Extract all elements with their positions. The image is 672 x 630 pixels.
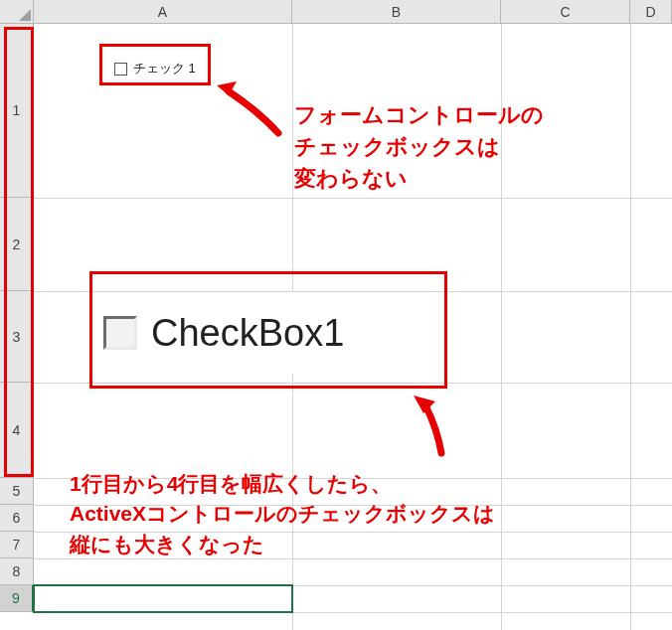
column-headers: A B C D [0, 0, 672, 24]
row-header-2[interactable]: 2 [0, 198, 34, 291]
gridline [34, 505, 672, 506]
checkbox-box-icon [114, 63, 127, 76]
gridline [34, 612, 672, 613]
gridline [34, 532, 672, 533]
gridline [34, 558, 672, 559]
row-header-8[interactable]: 8 [0, 558, 34, 585]
form-control-checkbox[interactable]: チェック 1 [114, 60, 196, 78]
gridline [630, 24, 631, 630]
row-header-4[interactable]: 4 [0, 383, 34, 478]
row-header-7[interactable]: 7 [0, 532, 34, 558]
row-header-1[interactable]: 1 [0, 24, 34, 198]
row-header-5[interactable]: 5 [0, 478, 34, 505]
gridline [34, 198, 672, 199]
checkbox-box-icon [103, 316, 137, 350]
activex-checkbox[interactable]: CheckBox1 [103, 292, 431, 374]
row-header-6[interactable]: 6 [0, 505, 34, 532]
row-header-9[interactable]: 9 [0, 585, 34, 612]
col-header-B[interactable]: B [292, 0, 501, 24]
form-checkbox-label: チェック 1 [133, 60, 196, 78]
active-cell[interactable] [34, 585, 292, 612]
col-header-C[interactable]: C [501, 0, 630, 24]
gridline [34, 585, 672, 586]
activex-checkbox-label: CheckBox1 [151, 312, 344, 355]
gridline [501, 24, 502, 630]
col-header-D[interactable]: D [630, 0, 672, 24]
col-header-A[interactable]: A [34, 0, 292, 24]
row-header-3[interactable]: 3 [0, 291, 34, 383]
gridline [34, 478, 672, 479]
gridline [34, 383, 672, 384]
